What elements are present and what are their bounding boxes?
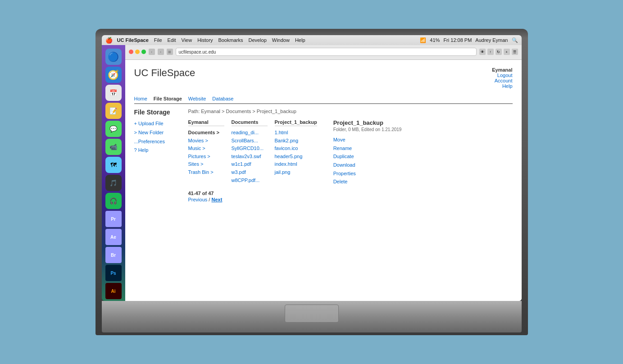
nav-database[interactable]: Database xyxy=(212,96,233,101)
menubar-window[interactable]: Window xyxy=(272,37,290,43)
duplicate-action[interactable]: Duplicate xyxy=(333,152,402,161)
menubar-develop[interactable]: Develop xyxy=(248,37,266,43)
browser-controls: ‹ › ⊞ ucfilespace.uc.edu 👁 ↑ ↻ + xyxy=(129,48,518,56)
search-menubar-icon[interactable]: 🔍 xyxy=(512,37,518,43)
address-bar[interactable]: ucfilespace.uc.edu xyxy=(176,48,477,56)
dock-spotify[interactable]: 🎧 xyxy=(105,193,122,209)
scrollbars-link[interactable]: ScrollBars... xyxy=(232,137,268,145)
section-title: File Storage xyxy=(134,109,179,116)
eye-button[interactable]: 👁 xyxy=(479,49,486,55)
documents-column: Documents reading_di... ScrollBars... Sy… xyxy=(232,119,268,186)
dock-maps[interactable]: 🗺 xyxy=(105,157,122,173)
documents-header: Documents xyxy=(232,119,268,126)
breadcrumb: Path: Eymanal > Documents > Project_1_ba… xyxy=(188,109,513,114)
eymanal-column: Eymanal Documents > Movies > Music > Pic… xyxy=(188,119,224,186)
user-info: Eymanal Logout Account Help xyxy=(492,67,512,89)
menubar-safari[interactable]: UC FileSpace xyxy=(117,37,149,43)
bookmark-button[interactable]: + xyxy=(504,49,510,55)
help-sidebar-link[interactable]: ? Help xyxy=(134,146,179,155)
account-link[interactable]: Account xyxy=(492,78,512,83)
bank2-link[interactable]: Bank2.png xyxy=(275,137,317,145)
eymanal-header: Eymanal xyxy=(188,119,224,126)
dock-messages[interactable]: 💬 xyxy=(105,121,122,137)
download-action[interactable]: Download xyxy=(333,161,402,169)
menubar-help[interactable]: Help xyxy=(295,37,305,43)
dock-photoshop[interactable]: Ps xyxy=(105,265,122,281)
user-name-menubar: Audrey Eyman xyxy=(475,37,508,43)
dock-illustrator[interactable]: Ai xyxy=(105,283,122,299)
move-action[interactable]: Move xyxy=(333,136,402,144)
close-button[interactable] xyxy=(129,50,133,54)
favicon-link[interactable]: favicon.ico xyxy=(275,145,317,153)
jail-link[interactable]: jail.png xyxy=(275,168,317,177)
nav-website[interactable]: Website xyxy=(188,96,206,101)
project-backup-column: Project_1_backup 1.html Bank2.png favico… xyxy=(275,119,317,186)
rename-action[interactable]: Rename xyxy=(333,144,402,153)
header5-link[interactable]: header5.png xyxy=(275,153,317,161)
maximize-button[interactable] xyxy=(141,50,146,54)
app-title: UC FileSpace xyxy=(134,67,196,79)
w8cpp-link[interactable]: w8CPP.pdf... xyxy=(232,177,268,185)
forward-button[interactable]: › xyxy=(158,49,164,55)
dock-bridge[interactable]: Br xyxy=(105,247,122,263)
dock-calendar[interactable]: 📅 xyxy=(105,85,122,101)
logout-link[interactable]: Logout xyxy=(492,73,512,78)
back-button[interactable]: ‹ xyxy=(149,49,155,55)
url-text: ucfilespace.uc.edu xyxy=(179,50,216,55)
pagination-count: 41-47 of 47 xyxy=(188,191,513,196)
teslav-link[interactable]: teslav2v3.swf xyxy=(232,153,268,161)
menubar-view[interactable]: View xyxy=(182,37,192,43)
movies-link[interactable]: Movies > xyxy=(188,137,224,145)
pagination: 41-47 of 47 Previous / Next xyxy=(188,191,513,202)
nav-home[interactable]: Home xyxy=(134,96,147,101)
new-folder-link[interactable]: > New Folder xyxy=(134,128,179,137)
sites-link[interactable]: Sites > xyxy=(188,160,224,168)
reading-di-link[interactable]: reading_di... xyxy=(232,129,268,137)
menubar-file[interactable]: File xyxy=(154,37,162,43)
dock-sidebar: 🔵 🧭 📅 📝 💬 📹 🗺 🎵 🎧 Pr Ae Br Ps Ai Id An xyxy=(102,45,125,301)
fullscreen-button[interactable]: ⊞ xyxy=(167,49,173,55)
detail-meta: Folder, 0 MB, Edited on 1.21.2019 xyxy=(333,127,402,132)
1html-link[interactable]: 1.html xyxy=(275,129,317,137)
main-content: Path: Eymanal > Documents > Project_1_ba… xyxy=(188,109,513,202)
help-link[interactable]: Help xyxy=(492,83,512,89)
sidebar-toggle[interactable]: ☰ xyxy=(512,49,518,55)
traffic-lights xyxy=(129,50,146,54)
dock-music[interactable]: 🎵 xyxy=(105,175,122,191)
menubar-edit[interactable]: Edit xyxy=(168,37,176,43)
trackpad[interactable] xyxy=(285,305,339,323)
username-display: Eymanal xyxy=(492,67,512,73)
previous-page-link[interactable]: Previous xyxy=(188,197,208,202)
dock-premiere[interactable]: Pr xyxy=(105,211,122,227)
syllgrcd-link[interactable]: SyllGRCD10... xyxy=(232,145,268,153)
dock-notes[interactable]: 📝 xyxy=(105,103,122,119)
music-link[interactable]: Music > xyxy=(188,145,224,153)
menubar: 🍎 UC FileSpace File Edit View History Bo… xyxy=(102,35,522,45)
reload-button[interactable]: ↻ xyxy=(496,49,502,55)
nav-file-storage[interactable]: File Storage xyxy=(154,96,182,101)
battery-indicator: 41% xyxy=(430,37,440,43)
share-button[interactable]: ↑ xyxy=(487,49,494,55)
upload-file-link[interactable]: + Upload File xyxy=(134,119,179,128)
documents-link[interactable]: Documents > xyxy=(188,129,224,137)
apple-menu-icon[interactable]: 🍎 xyxy=(105,37,113,44)
trash-bin-link[interactable]: Trash Bin > xyxy=(188,168,224,177)
file-browser: Eymanal Documents > Movies > Music > Pic… xyxy=(188,119,513,186)
dock-aftereffects[interactable]: Ae xyxy=(105,229,122,245)
detail-actions: Move Rename Duplicate Download Propertie… xyxy=(333,136,402,186)
dock-safari[interactable]: 🧭 xyxy=(105,67,122,83)
w3-link[interactable]: w3.pdf xyxy=(232,168,268,177)
next-page-link[interactable]: Next xyxy=(211,197,222,202)
menubar-history[interactable]: History xyxy=(197,37,213,43)
delete-action[interactable]: Delete xyxy=(333,177,402,186)
menubar-bookmarks[interactable]: Bookmarks xyxy=(218,37,243,43)
pictures-link[interactable]: Pictures > xyxy=(188,153,224,161)
dock-finder[interactable]: 🔵 xyxy=(105,49,122,65)
w1c1-link[interactable]: w1c1.pdf xyxy=(232,160,268,168)
index-link[interactable]: index.html xyxy=(275,160,317,168)
dock-facetime[interactable]: 📹 xyxy=(105,139,122,155)
wifi-icon: 📶 xyxy=(420,37,426,43)
preferences-link[interactable]: ...Preferences xyxy=(134,137,179,146)
properties-action[interactable]: Properties xyxy=(333,169,402,178)
minimize-button[interactable] xyxy=(135,50,140,54)
